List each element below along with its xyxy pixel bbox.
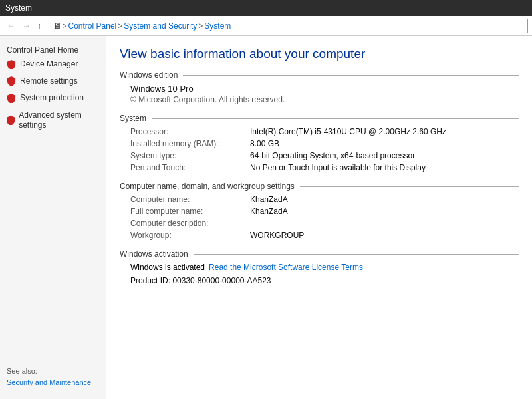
processor-label: Processor: (130, 127, 250, 136)
product-id-row: Product ID: 00330-80000-00000-AA523 (130, 276, 519, 285)
product-id-value: 00330-80000-00000-AA523 (172, 276, 271, 285)
shield-icon (7, 76, 16, 86)
ram-label: Installed memory (RAM): (130, 139, 250, 148)
sidebar-remote-settings-label: Remote settings (20, 76, 78, 87)
system-rows: Processor: Intel(R) Core(TM) i5-4310U CP… (120, 127, 519, 172)
computer-name-label: Computer name: (130, 195, 250, 204)
breadcrumb-system-security[interactable]: System and Security (124, 21, 197, 31)
shield-icon (7, 94, 16, 103)
pen-touch-row: Pen and Touch: No Pen or Touch Input is … (130, 163, 519, 172)
window-title: System (5, 3, 32, 13)
sidebar-advanced-settings-label: Advanced system settings (19, 110, 99, 131)
computer-name-section: Computer name, domain, and workgroup set… (120, 182, 519, 240)
sidebar-item-advanced-settings[interactable]: Advanced system settings (0, 107, 106, 134)
system-type-row: System type: 64-bit Operating System, x6… (130, 151, 519, 160)
activated-text: Windows is activated (130, 263, 205, 272)
workgroup-row: Workgroup: WORKGROUP (130, 231, 519, 240)
computer-name-rows: Computer name: KhanZadA Full computer na… (120, 195, 519, 240)
full-computer-name-row: Full computer name: KhanZadA (130, 207, 519, 216)
title-bar: System (0, 0, 532, 16)
product-id-label: Product ID: (130, 276, 170, 285)
pen-touch-label: Pen and Touch: (130, 163, 250, 172)
pen-touch-value: No Pen or Touch Input is available for t… (250, 163, 426, 172)
sidebar-item-device-manager[interactable]: Device Manager (0, 56, 106, 73)
sidebar: Control Panel Home Device Manager Remote… (0, 36, 106, 399)
sidebar-device-manager-label: Device Manager (20, 59, 78, 70)
breadcrumb-control-panel[interactable]: Control Panel (68, 21, 117, 31)
sidebar-home-label[interactable]: Control Panel Home (0, 41, 106, 56)
license-link[interactable]: Read the Microsoft Software License Term… (209, 263, 363, 272)
sidebar-item-remote-settings[interactable]: Remote settings (0, 73, 106, 90)
sidebar-security-maintenance[interactable]: Security and Maintenance (0, 376, 106, 388)
shield-icon (7, 116, 15, 125)
edition-name: Windows 10 Pro (130, 84, 519, 94)
section-divider (194, 254, 519, 255)
section-divider (300, 186, 519, 187)
section-divider (183, 75, 519, 76)
section-divider (152, 118, 519, 119)
page-title: View basic information about your comput… (120, 47, 519, 61)
activation-row: Windows is activated Read the Microsoft … (130, 263, 519, 272)
windows-edition-title: Windows edition (120, 70, 178, 80)
back-button[interactable]: ← (4, 19, 18, 32)
full-computer-name-label: Full computer name: (130, 207, 250, 216)
computer-description-row: Computer description: (130, 219, 519, 228)
main-content: View basic information about your comput… (106, 36, 532, 399)
computer-name-row: Computer name: KhanZadA (130, 195, 519, 204)
windows-edition-section: Windows edition Windows 10 Pro © Microso… (120, 70, 519, 104)
breadcrumb-system[interactable]: System (204, 21, 231, 31)
processor-row: Processor: Intel(R) Core(TM) i5-4310U CP… (130, 127, 519, 136)
computer-name-section-title: Computer name, domain, and workgroup set… (120, 182, 295, 191)
content-area: Control Panel Home Device Manager Remote… (0, 36, 532, 399)
activation-section-title: Windows activation (120, 249, 188, 259)
forward-button[interactable]: → (19, 19, 33, 32)
computer-name-value: KhanZadA (250, 195, 288, 204)
system-section: System Processor: Intel(R) Core(TM) i5-4… (120, 114, 519, 172)
address-bar: ← → ↑ 🖥 > Control Panel > System and Sec… (0, 16, 532, 36)
address-path: 🖥 > Control Panel > System and Security … (49, 19, 529, 33)
workgroup-label: Workgroup: (130, 231, 250, 240)
shield-icon (7, 60, 16, 69)
system-type-value: 64-bit Operating System, x64-based proce… (250, 151, 415, 160)
processor-value: Intel(R) Core(TM) i5-4310U CPU @ 2.00GHz… (250, 127, 446, 136)
computer-description-label: Computer description: (130, 219, 250, 228)
system-type-label: System type: (130, 151, 250, 160)
system-window: System ← → ↑ 🖥 > Control Panel > System … (0, 0, 532, 399)
see-also-label: See also: (0, 364, 106, 376)
copyright-text: © Microsoft Corporation. All rights rese… (130, 95, 519, 104)
ram-row: Installed memory (RAM): 8.00 GB (130, 139, 519, 148)
ram-value: 8.00 GB (250, 139, 279, 148)
activation-section: Windows activation Windows is activated … (120, 249, 519, 285)
up-button[interactable]: ↑ (35, 19, 45, 32)
computer-icon: 🖥 (53, 21, 61, 31)
nav-buttons: ← → ↑ (4, 19, 45, 32)
sidebar-item-system-protection[interactable]: System protection (0, 90, 106, 107)
sidebar-system-protection-label: System protection (20, 93, 84, 104)
full-computer-name-value: KhanZadA (250, 207, 288, 216)
workgroup-value: WORKGROUP (250, 231, 304, 240)
system-section-title: System (120, 114, 146, 123)
